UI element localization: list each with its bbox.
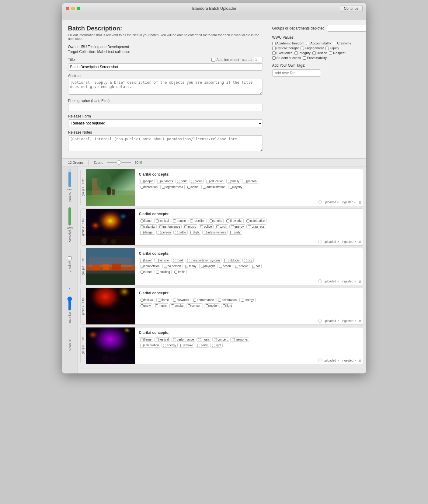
check-all-checkbox[interactable] bbox=[68, 256, 71, 260]
wwu-academic-freedom[interactable]: Academic freedom bbox=[272, 41, 304, 45]
tag-family[interactable]: family bbox=[226, 179, 241, 184]
tag-filter-slider[interactable] bbox=[68, 296, 71, 311]
group-1-status: uploaded ✓ ingested ✓ bbox=[324, 201, 357, 204]
group-card-1: group 1 - 1 file bbox=[80, 169, 364, 206]
tag-royalty[interactable]: royalty bbox=[228, 185, 244, 189]
uploaded-fill bbox=[68, 207, 71, 226]
group-1-tags-row-2: recreation togetherness home administrat… bbox=[139, 185, 312, 189]
wwu-label: WWU Values: bbox=[272, 35, 360, 40]
svg-point-33 bbox=[113, 327, 132, 342]
tag-group[interactable]: group bbox=[190, 179, 204, 184]
fullscreen-button[interactable] bbox=[77, 7, 80, 10]
group-1-delete-icon[interactable]: 🗑 bbox=[359, 201, 362, 204]
svg-rect-4 bbox=[86, 195, 135, 206]
uploaded-label: Uploaded bbox=[68, 230, 71, 242]
check-all-group[interactable]: Check All bbox=[68, 256, 71, 272]
group-3-label: group 3 - 1 file bbox=[82, 258, 85, 275]
svg-point-6 bbox=[112, 189, 115, 195]
minimize-button[interactable] bbox=[71, 7, 75, 10]
wwu-equity[interactable]: Equity bbox=[325, 46, 339, 50]
tag-park[interactable]: park bbox=[176, 179, 188, 184]
release-form-label: Release Form bbox=[68, 114, 263, 118]
group-5-delete-icon[interactable]: 🗑 bbox=[359, 359, 362, 362]
group-4-tags-row-1: festival flame fireworks performance cel… bbox=[139, 298, 312, 302]
group-2-tags-row-2: calamity performance music police torch … bbox=[139, 224, 312, 229]
group-5-label: group 5 - 1 file bbox=[82, 337, 85, 355]
group-card-3: group 3 - 1 file bbox=[80, 248, 364, 285]
group-1-image bbox=[86, 169, 135, 206]
title-label: Title bbox=[68, 58, 75, 62]
svg-point-35 bbox=[102, 355, 110, 361]
ingested-pct: 83% bbox=[67, 188, 72, 191]
abstract-textarea[interactable] bbox=[68, 79, 263, 95]
groups-input[interactable] bbox=[327, 25, 366, 32]
group-2-label: group 2 - 1 file bbox=[82, 218, 85, 236]
tag-input[interactable] bbox=[272, 69, 321, 77]
group-5-image bbox=[86, 327, 135, 364]
tag-education[interactable]: education bbox=[205, 179, 225, 184]
group-5-thumbnail bbox=[86, 327, 135, 364]
abstract-label: Abstract bbox=[68, 74, 263, 78]
svg-point-12 bbox=[101, 238, 107, 244]
tag-togetherness[interactable]: togetherness bbox=[160, 185, 185, 189]
svg-rect-20 bbox=[103, 264, 109, 270]
close-button[interactable] bbox=[66, 7, 69, 10]
group-3-status: uploaded ✓ ingested ✓ bbox=[324, 280, 357, 283]
wwu-justice[interactable]: Justice bbox=[312, 51, 327, 55]
tag-recreation[interactable]: recreation bbox=[139, 185, 159, 189]
tag-administration[interactable]: administration bbox=[201, 185, 227, 189]
wwu-respect[interactable]: Respect bbox=[329, 51, 345, 55]
release-notes-label: Release Notes bbox=[68, 130, 263, 135]
auto-increment-checkbox[interactable] bbox=[211, 58, 215, 62]
svg-point-28 bbox=[103, 315, 112, 322]
group-2-status: uploaded ✓ ingested ✓ bbox=[324, 240, 357, 243]
auto-increment-input[interactable] bbox=[254, 57, 263, 62]
group-3-delete-icon[interactable]: 🗑 bbox=[359, 280, 362, 283]
group-5-status: uploaded ✓ ingested ✓ bbox=[324, 359, 357, 362]
wwu-creativity[interactable]: Creativity bbox=[333, 41, 351, 45]
group-1-radio[interactable] bbox=[318, 200, 322, 204]
group-4-label: group 4 - 1 file bbox=[82, 297, 85, 315]
tag-people[interactable]: people bbox=[139, 179, 155, 184]
wwu-student-success[interactable]: Student success bbox=[272, 56, 301, 60]
owner-info: Owner: IBU Testing and Development bbox=[68, 45, 263, 49]
zoom-slider[interactable] bbox=[107, 162, 131, 163]
group-2-radio[interactable] bbox=[318, 240, 322, 243]
continue-button[interactable]: Continue bbox=[340, 5, 362, 12]
tag-filter-label: Tag Filter bbox=[68, 312, 71, 323]
tag-outdoors[interactable]: outdoors bbox=[156, 179, 175, 184]
group-5-tags-row-2: celebration energy smoke party light bbox=[139, 343, 312, 348]
group-4-delete-icon[interactable]: 🗑 bbox=[359, 319, 362, 323]
group-card-5: group 5 - 1 file bbox=[80, 327, 364, 364]
photographer-input[interactable] bbox=[68, 104, 263, 111]
uploaded-indicator: 100% Uploaded bbox=[67, 207, 73, 242]
wwu-values-grid: Academic freedom Accountability Creativi… bbox=[272, 41, 360, 60]
target-collection: Target Collection: Mabel test collection bbox=[68, 50, 263, 54]
wwu-critical-thought[interactable]: Critical thought bbox=[272, 46, 299, 50]
release-notes-textarea[interactable] bbox=[68, 135, 263, 151]
group-2-delete-icon[interactable]: 🗑 bbox=[359, 240, 362, 243]
auto-increment-label: Auto Increment - start at bbox=[217, 58, 252, 61]
group-3-tags-row-2: competition no person many daylight acti… bbox=[139, 264, 312, 268]
wwu-engagement[interactable]: Engagement bbox=[301, 46, 324, 50]
wwu-integrity[interactable]: Integrity bbox=[294, 51, 311, 55]
tag-filter-group: + − Tag Filter bbox=[68, 287, 71, 323]
wwu-excellence[interactable]: Excellence bbox=[272, 51, 293, 55]
group-3-radio[interactable] bbox=[318, 279, 322, 283]
wwu-accountability[interactable]: Accountability bbox=[306, 41, 331, 45]
release-form-select[interactable]: Release not required bbox=[68, 119, 263, 127]
svg-rect-23 bbox=[86, 270, 135, 274]
group-label: Group bbox=[68, 343, 71, 351]
ingested-label: Ingested bbox=[68, 192, 71, 202]
tag-home[interactable]: home bbox=[186, 185, 200, 189]
group-5-radio[interactable] bbox=[318, 359, 322, 362]
toolbar bbox=[62, 14, 366, 20]
title-input[interactable] bbox=[68, 63, 263, 71]
group-4-status: uploaded ✓ ingested ✓ bbox=[324, 319, 357, 323]
group-4-radio[interactable] bbox=[318, 319, 322, 323]
group-1-footer: uploaded ✓ ingested ✓ 🗑 bbox=[316, 169, 364, 206]
group-5-footer: uploaded ✓ ingested ✓ 🗑 bbox=[316, 327, 364, 364]
wwu-sustainability[interactable]: Sustainability bbox=[303, 56, 327, 60]
group-2-thumbnail bbox=[86, 209, 135, 245]
tag-person[interactable]: person bbox=[242, 179, 258, 184]
